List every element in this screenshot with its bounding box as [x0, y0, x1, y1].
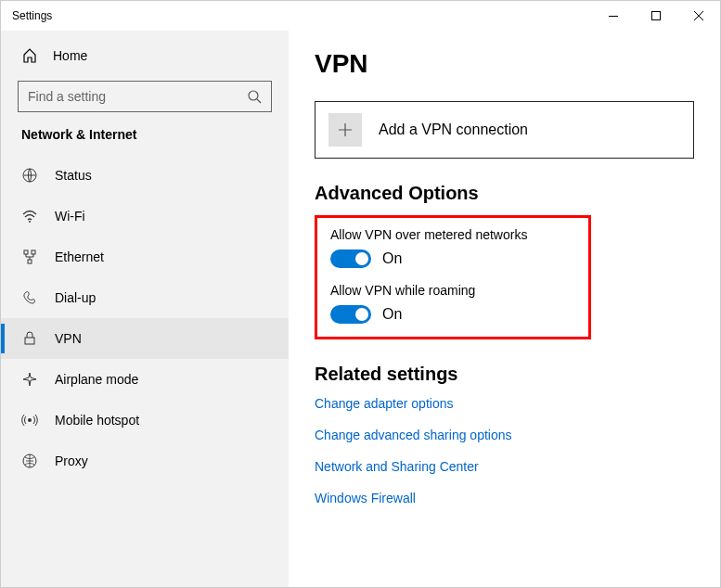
wifi-icon [21, 208, 38, 224]
hotspot-icon [21, 412, 38, 428]
sidebar-item-label: Proxy [55, 454, 88, 468]
sidebar-item-dialup[interactable]: Dial-up [1, 277, 289, 318]
sidebar-item-vpn[interactable]: VPN [1, 318, 289, 359]
vpn-icon [21, 330, 38, 347]
content-area: VPN Add a VPN connection Advanced Option… [289, 31, 720, 587]
window-title: Settings [12, 9, 52, 22]
svg-rect-0 [609, 16, 618, 17]
sidebar-item-status[interactable]: Status [1, 155, 289, 196]
advanced-heading: Advanced Options [315, 183, 694, 204]
dialup-icon [21, 289, 38, 306]
sidebar-item-label: Dial-up [55, 290, 96, 305]
sidebar-item-airplane[interactable]: Airplane mode [1, 359, 289, 400]
svg-point-4 [29, 221, 31, 223]
sidebar-item-label: VPN [55, 331, 82, 346]
svg-rect-8 [25, 338, 34, 344]
close-button[interactable] [677, 1, 720, 31]
proxy-icon [21, 453, 38, 469]
sidebar-item-label: Mobile hotspot [55, 413, 139, 428]
link-firewall[interactable]: Windows Firewall [315, 491, 694, 505]
link-adapter-options[interactable]: Change adapter options [315, 396, 694, 411]
search-icon [247, 89, 262, 104]
sidebar-item-wifi[interactable]: Wi-Fi [1, 196, 289, 236]
search-placeholder: Find a setting [28, 89, 106, 104]
home-icon [21, 47, 38, 64]
svg-point-2 [249, 91, 258, 100]
svg-rect-7 [28, 260, 32, 263]
sidebar-item-proxy[interactable]: Proxy [1, 441, 289, 481]
home-nav[interactable]: Home [1, 38, 289, 73]
metered-state: On [382, 250, 402, 267]
sidebar-item-label: Wi-Fi [55, 209, 85, 224]
link-network-center[interactable]: Network and Sharing Center [315, 459, 694, 474]
minimize-button[interactable] [592, 1, 635, 31]
sidebar-item-hotspot[interactable]: Mobile hotspot [1, 400, 289, 441]
svg-rect-5 [24, 250, 28, 254]
sidebar-item-label: Ethernet [55, 249, 104, 264]
ethernet-icon [21, 249, 38, 265]
svg-rect-6 [32, 250, 35, 254]
metered-label: Allow VPN over metered networks [330, 227, 575, 242]
svg-rect-1 [652, 12, 661, 20]
sidebar-item-label: Airplane mode [55, 372, 138, 387]
roaming-label: Allow VPN while roaming [330, 283, 575, 298]
page-title: VPN [315, 49, 694, 79]
title-bar: Settings [1, 1, 720, 31]
add-vpn-button[interactable]: Add a VPN connection [315, 101, 694, 159]
roaming-state: On [382, 306, 402, 323]
link-sharing-options[interactable]: Change advanced sharing options [315, 428, 694, 442]
svg-point-9 [28, 418, 32, 422]
add-vpn-label: Add a VPN connection [379, 121, 528, 138]
related-heading: Related settings [315, 364, 694, 385]
sidebar-section-title: Network & Internet [1, 127, 289, 155]
maximize-button[interactable] [635, 1, 677, 31]
highlight-box: Allow VPN over metered networks On Allow… [315, 215, 591, 339]
plus-icon [328, 113, 362, 147]
metered-toggle[interactable] [330, 249, 371, 268]
sidebar-item-ethernet[interactable]: Ethernet [1, 236, 289, 277]
sidebar-item-label: Status [55, 168, 92, 183]
search-input[interactable]: Find a setting [18, 81, 272, 112]
airplane-icon [21, 371, 38, 388]
sidebar: Home Find a setting Network & Internet S… [1, 31, 289, 587]
home-label: Home [53, 48, 87, 63]
status-icon [21, 167, 38, 184]
roaming-toggle[interactable] [330, 305, 371, 324]
